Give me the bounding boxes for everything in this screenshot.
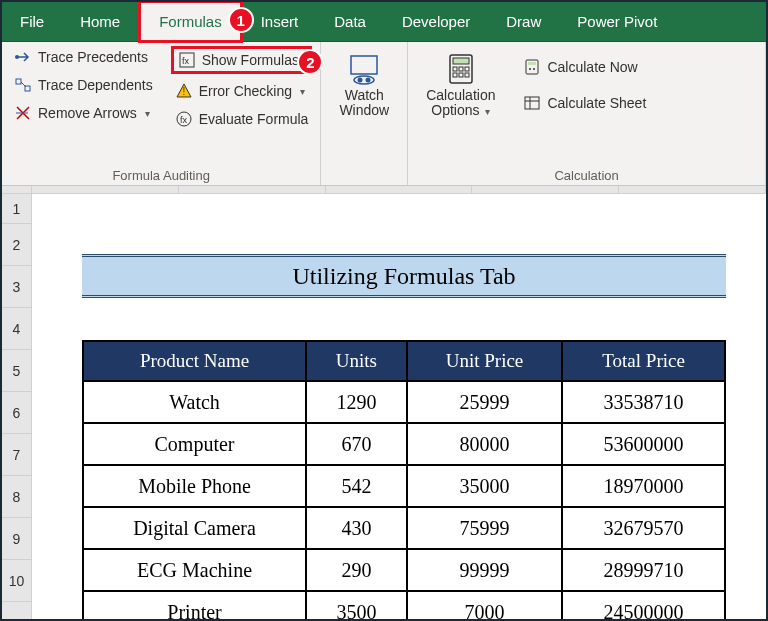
show-formulas-label: Show Formulas [202, 52, 299, 68]
tab-formulas[interactable]: Formulas 1 [138, 0, 243, 43]
cell-total[interactable]: 24500000 [562, 591, 725, 621]
row-head-2[interactable]: 2 [2, 224, 31, 266]
row-head-9[interactable]: 9 [2, 518, 31, 560]
cell-price[interactable]: 80000 [407, 423, 562, 465]
evaluate-formula-button[interactable]: fx Evaluate Formula [171, 108, 313, 130]
cell-total[interactable]: 18970000 [562, 465, 725, 507]
cell-price[interactable]: 99999 [407, 549, 562, 591]
table-row: ECG Machine 290 99999 28999710 [83, 549, 725, 591]
tab-data[interactable]: Data [316, 3, 384, 40]
watch-window-icon [347, 52, 381, 86]
row-head-4[interactable]: 4 [2, 308, 31, 350]
svg-rect-1 [16, 79, 21, 84]
svg-rect-18 [459, 73, 463, 77]
cell-price[interactable]: 75999 [407, 507, 562, 549]
callout-badge-1: 1 [228, 7, 254, 33]
cell-price[interactable]: 25999 [407, 381, 562, 423]
cell-total[interactable]: 53600000 [562, 423, 725, 465]
callout-badge-2: 2 [297, 49, 323, 75]
cell-units[interactable]: 3500 [306, 591, 407, 621]
group-label-calculation: Calculation [416, 166, 757, 183]
row-headers: 1 2 3 4 5 6 7 8 9 10 [2, 194, 32, 619]
worksheet-grid[interactable]: Utilizing Formulas Tab Product Name Unit… [32, 194, 766, 619]
calculate-sheet-icon [523, 94, 541, 112]
evaluate-formula-icon: fx [175, 110, 193, 128]
tab-formulas-label: Formulas [159, 13, 222, 30]
cell-units[interactable]: 542 [306, 465, 407, 507]
cell-product[interactable]: Printer [83, 591, 306, 621]
trace-precedents-button[interactable]: Trace Precedents [10, 46, 157, 68]
th-total[interactable]: Total Price [562, 341, 725, 381]
group-formula-auditing: Trace Precedents Trace Dependents Remove… [2, 42, 321, 185]
row-head-3[interactable]: 3 [2, 266, 31, 308]
svg-rect-14 [453, 67, 457, 71]
cell-product[interactable]: ECG Machine [83, 549, 306, 591]
svg-rect-24 [525, 97, 539, 109]
svg-rect-8 [351, 56, 377, 74]
sheet-area: 1 2 3 4 5 6 7 8 9 10 Utilizing Formulas … [2, 194, 766, 619]
row-head-5[interactable]: 5 [2, 350, 31, 392]
tab-insert[interactable]: Insert [243, 3, 317, 40]
table-row: Digital Camera 430 75999 32679570 [83, 507, 725, 549]
svg-rect-17 [453, 73, 457, 77]
th-units[interactable]: Units [306, 341, 407, 381]
cell-units[interactable]: 430 [306, 507, 407, 549]
svg-text:!: ! [182, 86, 185, 97]
show-formulas-icon: fx [178, 51, 196, 69]
group-label-auditing: Formula Auditing [10, 166, 312, 183]
row-head-7[interactable]: 7 [2, 434, 31, 476]
th-price[interactable]: Unit Price [407, 341, 562, 381]
calculation-options-button[interactable]: CalculationOptions ▾ [416, 46, 505, 125]
tab-developer[interactable]: Developer [384, 3, 488, 40]
remove-arrows-button[interactable]: Remove Arrows ▾ [10, 102, 157, 124]
error-checking-button[interactable]: ! Error Checking ▾ [171, 80, 313, 102]
remove-arrows-icon [14, 104, 32, 122]
cell-product[interactable]: Computer [83, 423, 306, 465]
tab-draw[interactable]: Draw [488, 3, 559, 40]
cell-price[interactable]: 35000 [407, 465, 562, 507]
row-head-10[interactable]: 10 [2, 560, 31, 602]
tab-file[interactable]: File [2, 3, 62, 40]
cell-product[interactable]: Watch [83, 381, 306, 423]
svg-point-0 [15, 55, 19, 59]
ribbon-tabs: File Home Formulas 1 Insert Data Develop… [2, 2, 766, 42]
column-headers [2, 186, 766, 194]
tab-powerpivot[interactable]: Power Pivot [559, 3, 675, 40]
table-row: Printer 3500 7000 24500000 [83, 591, 725, 621]
svg-point-11 [366, 78, 371, 83]
row-head-1[interactable]: 1 [2, 194, 31, 224]
chevron-down-icon: ▾ [300, 86, 305, 97]
data-table: Product Name Units Unit Price Total Pric… [82, 340, 726, 621]
tab-home[interactable]: Home [62, 3, 138, 40]
svg-text:fx: fx [180, 115, 188, 125]
cell-total[interactable]: 33538710 [562, 381, 725, 423]
group-label-watch [329, 166, 399, 183]
svg-text:fx: fx [182, 56, 190, 66]
row-head-8[interactable]: 8 [2, 476, 31, 518]
cell-units[interactable]: 670 [306, 423, 407, 465]
svg-point-10 [358, 78, 363, 83]
row-head-6[interactable]: 6 [2, 392, 31, 434]
watch-window-button[interactable]: WatchWindow [329, 46, 399, 125]
th-product[interactable]: Product Name [83, 341, 306, 381]
cell-total[interactable]: 32679570 [562, 507, 725, 549]
trace-dependents-button[interactable]: Trace Dependents [10, 74, 157, 96]
svg-point-22 [529, 68, 531, 70]
show-formulas-button[interactable]: fx Show Formulas 2 [171, 46, 313, 74]
error-checking-icon: ! [175, 82, 193, 100]
svg-point-9 [354, 76, 374, 84]
cell-units[interactable]: 290 [306, 549, 407, 591]
calculate-sheet-button[interactable]: Calculate Sheet [519, 92, 650, 114]
calculation-options-label: CalculationOptions ▾ [426, 88, 495, 119]
cell-total[interactable]: 28999710 [562, 549, 725, 591]
cell-product[interactable]: Mobile Phone [83, 465, 306, 507]
trace-precedents-label: Trace Precedents [38, 49, 148, 65]
error-checking-label: Error Checking [199, 83, 292, 99]
calculate-sheet-label: Calculate Sheet [547, 95, 646, 111]
cell-product[interactable]: Digital Camera [83, 507, 306, 549]
cell-units[interactable]: 1290 [306, 381, 407, 423]
group-calculation: CalculationOptions ▾ Calculate Now Calcu… [408, 42, 766, 185]
calculate-now-button[interactable]: Calculate Now [519, 56, 650, 78]
table-row: Computer 670 80000 53600000 [83, 423, 725, 465]
cell-price[interactable]: 7000 [407, 591, 562, 621]
